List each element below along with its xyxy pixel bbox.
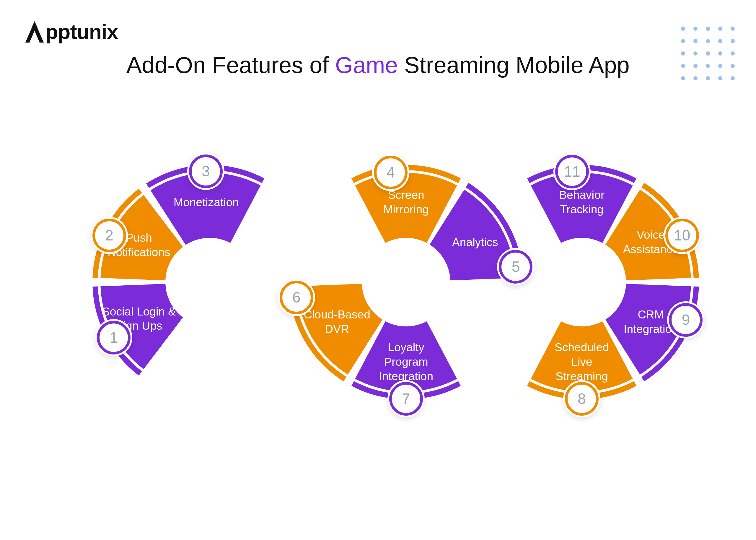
feature-badge-2: 2 <box>91 217 128 254</box>
brand-text: pptunix <box>46 20 118 44</box>
feature-badge-9: 9 <box>667 301 704 338</box>
feature-badge-4: 4 <box>372 154 409 191</box>
feature-badge-3: 3 <box>187 153 224 190</box>
title-accent: Game <box>335 52 398 78</box>
feature-badge-8: 8 <box>563 380 600 417</box>
feature-badge-5: 5 <box>497 248 534 285</box>
feature-badge-7: 7 <box>387 380 425 417</box>
feature-label-11: Behavior Tracking <box>559 188 604 217</box>
feature-label-6: Cloud-Based DVR <box>304 308 370 337</box>
feature-label-4: Screen Mirroring <box>383 188 429 217</box>
feature-badge-11: 11 <box>553 153 591 190</box>
feature-label-5: Analytics <box>452 235 498 250</box>
feature-diagram: Social Login & Sign Ups1Push Notificatio… <box>30 93 726 521</box>
feature-badge-6: 6 <box>278 279 315 316</box>
title-pre: Add-On Features of <box>126 52 335 78</box>
feature-badge-10: 10 <box>664 217 701 254</box>
feature-label-3: Monetization <box>174 195 239 210</box>
decorative-dot-grid <box>681 27 735 81</box>
brand-mark-a-icon <box>24 20 45 44</box>
feature-label-8: Scheduled Live Streaming <box>555 340 609 383</box>
feature-label-7: Loyalty Program Integration <box>379 340 433 383</box>
title-post: Streaming Mobile App <box>398 52 630 78</box>
brand-logo: pptunix <box>24 20 118 44</box>
feature-badge-1: 1 <box>95 319 132 356</box>
page-title: Add-On Features of Game Streaming Mobile… <box>0 52 756 78</box>
